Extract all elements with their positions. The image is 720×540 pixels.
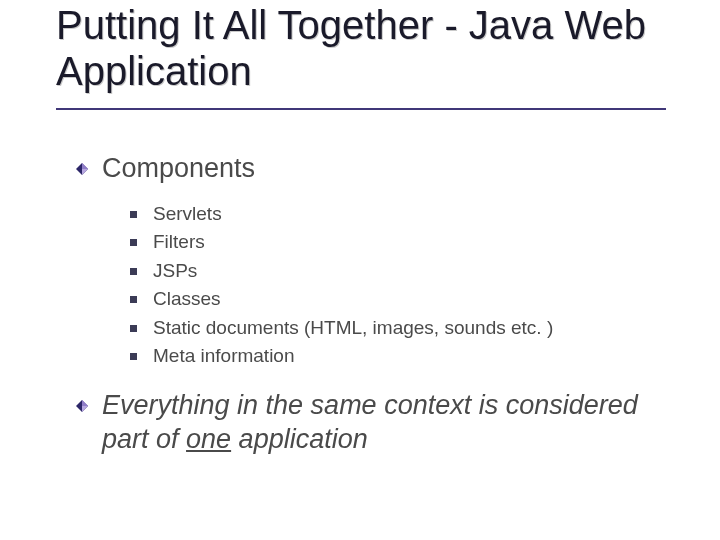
list-item-label: Meta information [153, 342, 676, 371]
square-bullet-icon [130, 239, 137, 246]
emphasized-text: one [186, 424, 231, 454]
slide-title: Putting It All Together - Java Web Appli… [56, 2, 666, 95]
list-item-label: Classes [153, 285, 676, 314]
list-item-label: JSPs [153, 257, 676, 286]
square-bullet-icon [130, 353, 137, 360]
svg-marker-2 [82, 163, 88, 169]
svg-marker-5 [82, 400, 88, 406]
square-bullet-icon [130, 268, 137, 275]
square-bullet-icon [130, 296, 137, 303]
title-underline [56, 108, 666, 110]
bullet-label: Components [102, 152, 676, 186]
bullet-components: Components [76, 152, 676, 186]
list-item: Meta information [130, 342, 676, 371]
list-item: JSPs [130, 257, 676, 286]
bullet-everything: Everything in the same context is consid… [76, 389, 676, 457]
text-segment: Everything in the same context is consid… [102, 390, 638, 454]
diamond-bullet-icon [76, 400, 88, 412]
list-item: Filters [130, 228, 676, 257]
text-segment: application [231, 424, 368, 454]
list-item-label: Filters [153, 228, 676, 257]
list-item-label: Servlets [153, 200, 676, 229]
square-bullet-icon [130, 211, 137, 218]
bullet-label: Everything in the same context is consid… [102, 389, 676, 457]
list-item-label: Static documents (HTML, images, sounds e… [153, 314, 676, 343]
sub-bullet-list: Servlets Filters JSPs Classes Static doc… [130, 200, 676, 371]
list-item: Servlets [130, 200, 676, 229]
list-item: Classes [130, 285, 676, 314]
slide: Putting It All Together - Java Web Appli… [0, 0, 720, 540]
square-bullet-icon [130, 325, 137, 332]
slide-body: Components Servlets Filters JSPs Classes [76, 152, 676, 470]
list-item: Static documents (HTML, images, sounds e… [130, 314, 676, 343]
diamond-bullet-icon [76, 163, 88, 175]
